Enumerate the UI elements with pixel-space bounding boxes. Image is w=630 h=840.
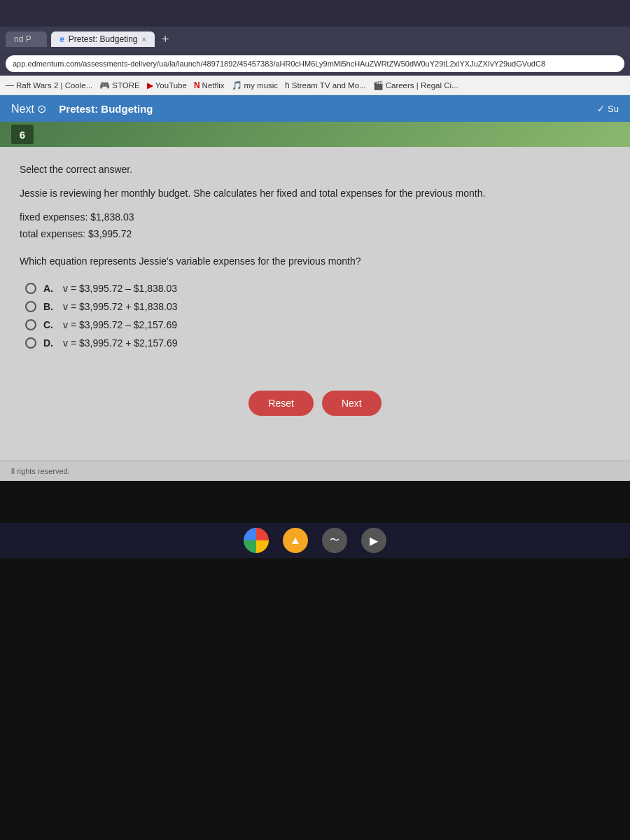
sub-badge-label: ✓ Su — [597, 104, 619, 114]
bookmark-stream-label: Stream TV and Mo... — [292, 81, 366, 90]
question-text: Which equation represents Jessie's varia… — [20, 254, 610, 269]
tab-inactive-label: nd P — [14, 34, 31, 44]
choice-c[interactable]: C. v = $3,995.72 – $2,157.69 — [25, 319, 610, 330]
total-expenses-text: total expenses: $3,995.72 — [20, 228, 132, 239]
choice-b-letter: B. — [43, 301, 56, 312]
bookmark-youtube-label: YouTube — [155, 81, 187, 90]
fixed-expenses-text: fixed expenses: $1,838.03 — [20, 211, 134, 223]
reset-button[interactable]: Reset — [248, 391, 314, 416]
fixed-expenses-line: fixed expenses: $1,838.03 — [20, 209, 610, 226]
bookmark-careers[interactable]: 🎬 Careers | Regal Ci... — [373, 80, 458, 90]
address-bar[interactable]: app.edmentum.com/assessments-delivery/ua… — [6, 55, 624, 72]
top-bar — [0, 0, 630, 27]
taskbar-wifi-icon[interactable]: 〜 — [322, 528, 347, 553]
taskbar-chrome-icon[interactable] — [244, 528, 269, 553]
bookmark-mymusic[interactable]: 🎵 my music — [232, 80, 279, 90]
sub-badge: ✓ Su — [597, 104, 619, 114]
next-nav-icon[interactable]: Next ⊙ — [11, 102, 46, 115]
bookmark-store[interactable]: 🎮 STORE — [99, 80, 139, 90]
footer-text: ll rights reserved. — [11, 467, 70, 475]
browser-tab-bar: nd P × e Pretest: Budgeting × + — [0, 27, 630, 52]
footer: ll rights reserved. — [0, 461, 630, 481]
dark-bottom-area: ▲ 〜 ▶ — [0, 481, 630, 840]
choice-a-text: v = $3,995.72 – $1,838.03 — [63, 283, 177, 294]
new-tab-button[interactable]: + — [162, 32, 169, 47]
page-header: Next ⊙ Pretest: Budgeting ✓ Su — [0, 95, 630, 122]
choice-c-text: v = $3,995.72 – $2,157.69 — [63, 319, 177, 330]
choice-d[interactable]: D. v = $3,995.72 + $2,157.69 — [25, 337, 610, 349]
radio-b[interactable] — [25, 301, 36, 312]
bookmark-mymusic-label: my music — [244, 81, 279, 90]
mymusic-icon: 🎵 — [232, 80, 242, 90]
stream-icon: h — [285, 80, 290, 90]
radio-d[interactable] — [25, 337, 36, 349]
bookmark-youtube[interactable]: ▶ YouTube — [147, 80, 187, 90]
choice-a[interactable]: A. v = $3,995.72 – $1,838.03 — [25, 283, 610, 294]
bookmark-raft-wars[interactable]: — Raft Wars 2 | Coole... — [6, 80, 92, 90]
bookmarks-bar: — Raft Wars 2 | Coole... 🎮 STORE ▶ YouTu… — [0, 76, 630, 95]
bookmark-careers-label: Careers | Regal Ci... — [386, 81, 458, 90]
buttons-row: Reset Next — [20, 391, 610, 416]
choice-d-letter: D. — [43, 337, 56, 349]
bookmark-store-icon: 🎮 — [99, 80, 110, 90]
content-area: 6 Select the correct answer. Jessie is r… — [0, 122, 630, 481]
netflix-icon: N — [194, 80, 200, 90]
youtube-icon: ▶ — [147, 80, 153, 90]
scenario-text: Jessie is reviewing her monthly budget. … — [20, 186, 610, 201]
tab-inactive[interactable]: nd P × — [6, 31, 47, 47]
instruction-text: Select the correct answer. — [20, 164, 610, 175]
address-url: app.edmentum.com/assessments-delivery/ua… — [13, 59, 545, 68]
tab-active-icon: e — [59, 34, 64, 44]
bookmark-raft-icon: — — [6, 80, 14, 90]
bookmark-netflix-label: Netflix — [202, 81, 225, 90]
question-content: Select the correct answer. Jessie is rev… — [0, 147, 630, 461]
bookmark-store-label: STORE — [112, 81, 139, 90]
address-bar-row: app.edmentum.com/assessments-delivery/ua… — [0, 52, 630, 76]
taskbar-play-icon[interactable]: ▶ — [361, 528, 386, 553]
tab-active-label: Pretest: Budgeting — [69, 34, 138, 44]
radio-c[interactable] — [25, 319, 36, 330]
tab-active-close[interactable]: × — [142, 35, 146, 43]
choice-a-letter: A. — [43, 283, 56, 294]
bookmark-stream[interactable]: h Stream TV and Mo... — [285, 80, 366, 90]
taskbar-triangle-icon[interactable]: ▲ — [283, 528, 308, 553]
taskbar: ▲ 〜 ▶ — [0, 523, 630, 558]
question-num-bar: 6 — [0, 122, 630, 147]
choice-c-letter: C. — [43, 319, 56, 330]
question-number: 6 — [11, 125, 34, 144]
page-title: Pretest: Budgeting — [59, 103, 153, 115]
next-button[interactable]: Next — [322, 391, 382, 416]
radio-a[interactable] — [25, 283, 36, 294]
total-expenses-line: total expenses: $3,995.72 — [20, 226, 610, 243]
answer-choices: A. v = $3,995.72 – $1,838.03 B. v = $3,9… — [25, 283, 610, 349]
choice-b[interactable]: B. v = $3,995.72 + $1,838.03 — [25, 301, 610, 312]
tab-inactive-close[interactable]: × — [34, 35, 38, 43]
bookmark-raft-label: Raft Wars 2 | Coole... — [16, 81, 92, 90]
tab-active[interactable]: e Pretest: Budgeting × — [51, 31, 155, 47]
bookmark-netflix[interactable]: N Netflix — [194, 80, 225, 90]
choice-b-text: v = $3,995.72 + $1,838.03 — [63, 301, 177, 312]
choice-d-text: v = $3,995.72 + $2,157.69 — [63, 337, 177, 349]
careers-icon: 🎬 — [373, 80, 384, 90]
